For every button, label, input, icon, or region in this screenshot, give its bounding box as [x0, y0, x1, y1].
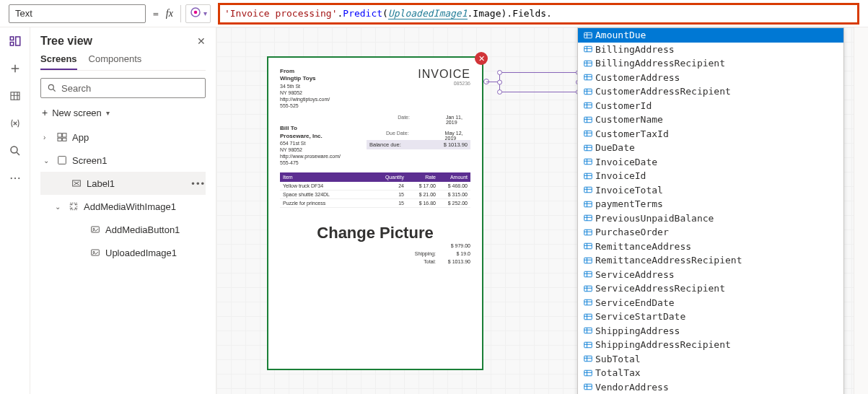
app-icon	[56, 131, 68, 143]
autocomplete-item[interactable]: ServiceEndDate	[578, 296, 843, 310]
autocomplete-label: InvoiceId	[595, 170, 646, 181]
insert-icon[interactable]	[9, 62, 22, 75]
search-input[interactable]: Search	[40, 78, 206, 98]
formula-bar: Text = fx ▾ 'Invoice processing'.Predict…	[0, 0, 868, 27]
autocomplete-label: ShippingAddressRecipient	[595, 339, 731, 350]
autocomplete-item[interactable]: AmountDue	[578, 28, 843, 43]
field-icon	[582, 369, 594, 377]
svg-point-23	[93, 228, 95, 229]
svg-point-18	[71, 204, 72, 205]
autocomplete-item[interactable]: PreviousUnpaidBalance	[578, 211, 843, 226]
tree-node-app[interactable]: › App	[40, 126, 206, 149]
property-selector[interactable]: Text	[9, 4, 146, 23]
tab-components[interactable]: Components	[89, 53, 142, 70]
autocomplete-item[interactable]: DueDate	[578, 141, 843, 155]
field-icon	[582, 102, 594, 109]
canvas[interactable]: ✕ From Wingtip Toys 34 5th St NY 98052 h…	[216, 27, 868, 394]
autocomplete-item[interactable]: InvoiceDate	[578, 155, 843, 170]
tree-node-addmedia[interactable]: ⌄ AddMediaWithImage1	[40, 195, 206, 218]
tree-node-label1[interactable]: Label1 •••	[40, 172, 206, 195]
autocomplete-item[interactable]: InvoiceId	[578, 169, 843, 183]
uploaded-image-preview[interactable]: ✕ From Wingtip Toys 34 5th St NY 98052 h…	[267, 56, 483, 370]
autocomplete-item[interactable]: CustomerId	[578, 99, 843, 113]
new-screen-button[interactable]: + New screen ▾	[40, 104, 206, 126]
svg-point-9	[18, 178, 19, 179]
autocomplete-label: BillingAddress	[595, 44, 675, 55]
more-icon[interactable]	[9, 172, 22, 185]
more-icon[interactable]: •••	[191, 178, 206, 189]
copilot-button[interactable]: ▾	[185, 4, 211, 23]
label-icon	[71, 178, 82, 189]
svg-rect-29	[584, 75, 592, 81]
invoice-from-block: From Wingtip Toys 34 5th St NY 98052 htt…	[280, 68, 330, 109]
autocomplete-item[interactable]: TotalTax	[578, 366, 843, 380]
table-row: Yellow truck DF3424$ 17.00$ 468.00	[280, 182, 470, 191]
chevron-right-icon: ›	[43, 133, 52, 141]
tree-node-screen1[interactable]: ⌄ Screen1	[40, 149, 206, 172]
autocomplete-item[interactable]: ServiceAddressRecipient	[578, 281, 843, 296]
autocomplete-label: PurchaseOrder	[595, 227, 669, 237]
field-icon	[582, 186, 594, 193]
media-button-icon	[89, 224, 101, 235]
autocomplete-label: CustomerAddress	[595, 72, 680, 83]
svg-rect-2	[10, 37, 14, 40]
resize-handle[interactable]	[497, 70, 502, 75]
autocomplete-item[interactable]: CustomerTaxId	[578, 127, 843, 141]
screen-icon	[56, 154, 68, 166]
autocomplete-label: RemittanceAddressRecipient	[595, 255, 742, 266]
autocomplete-item[interactable]: CustomerAddress	[578, 71, 843, 85]
field-icon	[582, 172, 594, 180]
svg-rect-34	[584, 145, 592, 151]
data-icon[interactable]	[9, 89, 22, 102]
svg-rect-30	[584, 89, 592, 95]
autocomplete-item[interactable]: PurchaseOrder	[578, 225, 843, 240]
svg-rect-40	[584, 229, 592, 235]
group-icon	[68, 201, 79, 212]
autocomplete-item[interactable]: SubTotal	[578, 352, 843, 367]
search-placeholder: Search	[61, 83, 91, 94]
autocomplete-item[interactable]: ShippingAddress	[578, 324, 843, 338]
autocomplete-item[interactable]: BillingAddress	[578, 43, 843, 57]
autocomplete-item[interactable]: ServiceStartDate	[578, 310, 843, 324]
svg-rect-48	[584, 342, 592, 348]
tab-screens[interactable]: Screens	[40, 53, 77, 70]
autocomplete-item[interactable]: RemittanceAddressRecipient	[578, 253, 843, 268]
svg-point-20	[71, 208, 72, 209]
formula-autocomplete[interactable]: AmountDueBillingAddressBillingAddressRec…	[577, 27, 844, 394]
variables-icon[interactable]	[9, 117, 22, 130]
svg-rect-36	[584, 173, 592, 179]
autocomplete-item[interactable]: RemittanceAddress	[578, 240, 843, 254]
autocomplete-label: InvoiceTotal	[595, 185, 663, 196]
svg-rect-4	[15, 37, 19, 45]
autocomplete-item[interactable]: ShippingAddressRecipient	[578, 338, 843, 352]
properties-sliver[interactable]	[854, 27, 868, 394]
autocomplete-item[interactable]: InvoiceTotal	[578, 183, 843, 198]
field-icon	[582, 60, 594, 67]
autocomplete-label: VendorAddress	[595, 382, 669, 393]
autocomplete-label: BillingAddressRecipient	[595, 58, 725, 69]
tree-view-icon[interactable]	[9, 35, 22, 48]
autocomplete-item[interactable]: paymentTerms	[578, 197, 843, 211]
autocomplete-label: paymentTerms	[595, 198, 663, 209]
change-picture-overlay[interactable]: Change Picture	[280, 224, 470, 242]
autocomplete-item[interactable]: BillingAddressRecipient	[578, 56, 843, 71]
search-icon[interactable]	[9, 144, 22, 157]
tree-title: Tree view	[40, 35, 92, 48]
resize-handle[interactable]	[497, 80, 502, 85]
autocomplete-item[interactable]: ServiceAddress	[578, 268, 843, 282]
label1-control[interactable]	[499, 72, 579, 92]
close-icon[interactable]: ✕	[197, 35, 206, 47]
autocomplete-item[interactable]: CustomerName	[578, 113, 843, 127]
resize-handle[interactable]	[497, 89, 502, 95]
formula-input[interactable]: 'Invoice processing'.Predict(UploadedIma…	[218, 3, 859, 25]
field-icon	[582, 285, 594, 292]
tree-node-uploadedimage[interactable]: UploadedImage1	[40, 241, 206, 264]
autocomplete-item[interactable]: VendorAddress	[578, 380, 843, 395]
tree-node-addmediabutton[interactable]: AddMediaButton1	[40, 218, 206, 241]
fx-icon[interactable]: fx	[166, 8, 176, 19]
autocomplete-label: SubTotal	[595, 354, 641, 364]
svg-rect-32	[584, 117, 592, 123]
svg-rect-26	[584, 32, 592, 38]
autocomplete-item[interactable]: CustomerAddressRecipient	[578, 84, 843, 99]
svg-point-21	[75, 208, 76, 209]
